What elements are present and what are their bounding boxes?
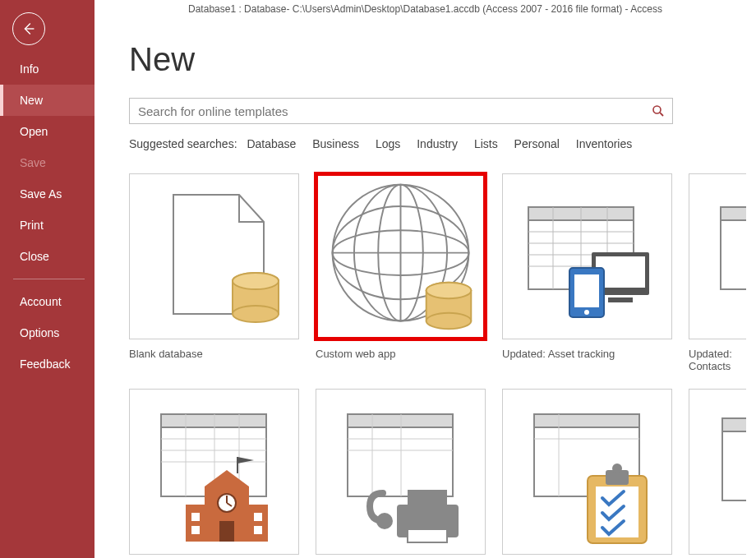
sidebar-item-save: Save (0, 147, 94, 178)
template-contacts[interactable]: Updated: Contacts (689, 173, 746, 372)
arrow-left-icon (20, 20, 38, 38)
svg-point-0 (653, 106, 661, 113)
search-icon (652, 104, 665, 118)
fax-icon (327, 398, 475, 546)
svg-line-1 (660, 113, 663, 116)
sidebar-item-save-as[interactable]: Save As (0, 178, 94, 210)
blank-database-icon (145, 182, 284, 330)
sidebar-item-print[interactable]: Print (0, 210, 94, 241)
template-search-input[interactable] (130, 104, 644, 118)
template-gallery: Blank database (129, 173, 756, 558)
globe-database-icon (320, 177, 481, 337)
suggested-term-business[interactable]: Business (312, 137, 359, 150)
template-label: Custom web app (316, 348, 486, 360)
svg-rect-34 (721, 207, 747, 220)
svg-rect-75 (722, 418, 747, 431)
svg-rect-50 (191, 513, 200, 521)
sidebar-item-new[interactable]: New (0, 85, 94, 116)
sidebar-item-label: Options (20, 326, 59, 339)
svg-point-17 (426, 282, 472, 298)
sidebar-item-label: Open (20, 125, 48, 138)
sidebar-item-label: Save As (20, 187, 62, 201)
svg-point-32 (584, 310, 589, 315)
sidebar-item-label: Save (20, 156, 46, 169)
suggested-label: Suggested searches: (129, 137, 237, 150)
clipboard-tasks-icon (514, 398, 662, 546)
svg-rect-53 (254, 526, 262, 534)
svg-rect-63 (408, 490, 447, 506)
suggested-term-lists[interactable]: Lists (474, 137, 498, 150)
sidebar-item-close[interactable]: Close (0, 241, 94, 272)
template-blank-database[interactable]: Blank database (129, 173, 299, 372)
svg-point-6 (233, 273, 279, 289)
template-students[interactable] (129, 389, 299, 558)
svg-rect-29 (608, 297, 633, 302)
sidebar-item-label: Print (20, 219, 44, 232)
svg-rect-67 (534, 414, 639, 427)
svg-point-5 (233, 306, 279, 322)
contacts-icon (704, 187, 747, 326)
template-faxes[interactable] (316, 389, 486, 558)
template-label: Blank database (129, 348, 299, 360)
back-button[interactable] (12, 12, 45, 45)
sidebar-item-open[interactable]: Open (0, 116, 94, 147)
backstage-main: Database1 : Database- C:\Users\Admin\Des… (94, 0, 756, 558)
template-other[interactable] (689, 389, 746, 558)
template-label: Updated: Asset tracking (502, 348, 672, 360)
svg-rect-57 (348, 414, 453, 427)
backstage-sidebar: Info New Open Save Save As Print Close A… (0, 0, 94, 558)
svg-rect-31 (574, 274, 599, 307)
sidebar-item-label: New (20, 94, 43, 107)
svg-rect-36 (161, 414, 266, 427)
sidebar-item-label: Info (20, 62, 39, 76)
svg-rect-51 (191, 526, 200, 534)
suggested-term-inventories[interactable]: Inventories (576, 137, 632, 150)
suggested-term-industry[interactable]: Industry (417, 137, 458, 150)
datasheet-icon (704, 402, 747, 542)
suggested-searches: Suggested searches: Database Business Lo… (129, 137, 756, 150)
svg-rect-52 (254, 513, 262, 521)
svg-point-65 (376, 513, 393, 529)
school-icon (141, 398, 288, 546)
sidebar-item-label: Feedback (20, 357, 70, 371)
template-tasks[interactable] (502, 389, 672, 558)
template-search-box[interactable] (129, 98, 673, 124)
svg-point-16 (426, 312, 472, 329)
sidebar-divider (13, 279, 85, 279)
window-title: Database1 : Database- C:\Users\Admin\Des… (94, 0, 756, 16)
page-title: New (129, 41, 756, 78)
sidebar-item-info[interactable]: Info (0, 53, 94, 85)
suggested-term-personal[interactable]: Personal (514, 137, 560, 150)
suggested-term-logs[interactable]: Logs (376, 137, 400, 150)
svg-rect-64 (408, 529, 447, 542)
template-custom-web-app[interactable]: Custom web app (316, 173, 486, 372)
sidebar-item-label: Account (20, 295, 62, 308)
template-label: Updated: Contacts (689, 348, 746, 372)
svg-rect-46 (219, 521, 234, 542)
suggested-term-database[interactable]: Database (247, 137, 296, 150)
sidebar-item-options[interactable]: Options (0, 317, 94, 348)
search-button[interactable] (644, 104, 672, 118)
sidebar-item-feedback[interactable]: Feedback (0, 348, 94, 380)
sidebar-item-account[interactable]: Account (0, 286, 94, 317)
asset-tracking-icon (514, 182, 662, 330)
template-asset-tracking[interactable]: Updated: Asset tracking (502, 173, 672, 372)
svg-point-73 (612, 463, 622, 473)
sidebar-item-label: Close (20, 250, 49, 263)
